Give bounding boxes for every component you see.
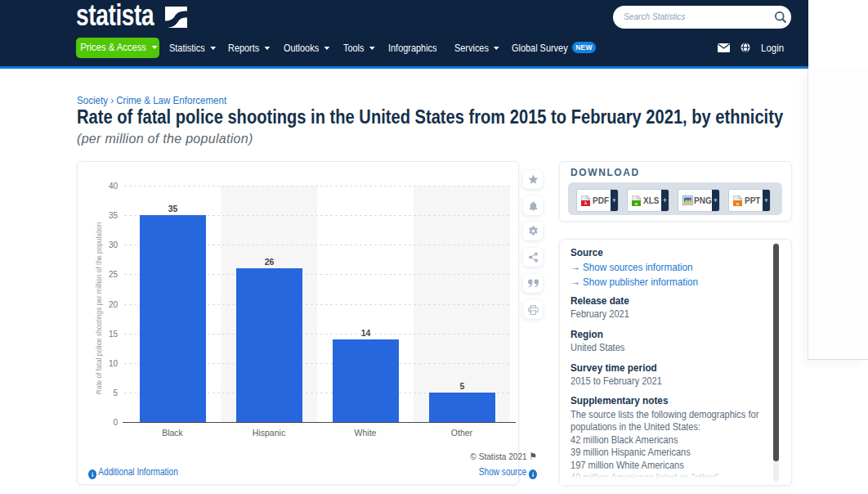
svg-text:λ: λ — [584, 200, 587, 205]
